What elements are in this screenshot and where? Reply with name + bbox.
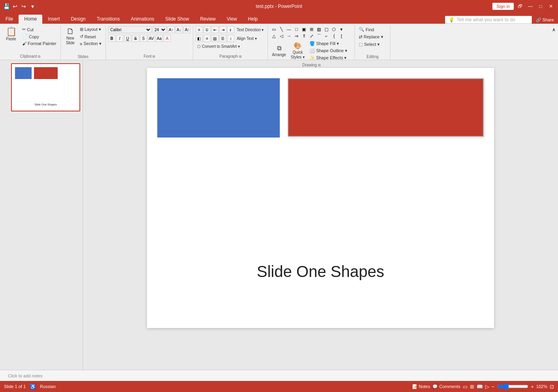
clipboard-expand[interactable]: ⧉ [38,55,40,58]
convert-smartart-button[interactable]: ⬡ Convert to SmartArt ▾ [196,43,241,49]
shape-arrow2[interactable]: ⇒ [293,33,300,39]
zoom-level[interactable]: 102% [536,384,547,389]
tab-transitions[interactable]: Transitions [91,15,125,24]
zoom-in-icon[interactable]: + [531,384,534,390]
align-text-button[interactable]: Align Text ▾ [235,36,258,41]
paste-button[interactable]: 📋 Paste [2,26,20,43]
language-indicator[interactable]: Russian [40,384,56,389]
normal-view-icon[interactable]: ▭ [463,384,468,390]
clear-formatting-button[interactable]: A⃝ [183,26,190,33]
close-icon[interactable]: ✕ [547,2,555,10]
slide-sorter-icon[interactable]: ⊞ [470,384,474,390]
format-painter-button[interactable]: 🖌 Format Painter [21,40,58,47]
shape-snip[interactable]: ⬡ [330,26,337,32]
tab-design[interactable]: Design [65,15,91,24]
tab-file[interactable]: File [0,15,19,24]
align-right-button[interactable]: ▧ [211,35,219,42]
slide-thumbnail-1[interactable]: Slide One Shapes [11,63,80,111]
reset-button[interactable]: ↺ Reset [78,33,103,40]
tab-animations[interactable]: Animations [125,15,160,24]
shape-roundrect[interactable]: ▢ [323,26,330,32]
shape-rect4[interactable]: ⊞ [308,26,315,32]
layout-button[interactable]: ⊞ Layout ▾ [78,26,103,33]
canvas-area[interactable]: Slide One Shapes [83,60,558,370]
redo-icon[interactable]: ↪ [21,3,27,9]
font-size-select[interactable]: 24 [153,26,167,33]
increase-font-button[interactable]: A↑ [168,26,175,33]
slide-canvas[interactable]: Slide One Shapes [147,68,494,328]
shape-brace[interactable]: { [330,33,337,39]
increase-indent-button[interactable]: ⇥ [219,26,226,33]
shape-more[interactable]: ▾ [338,26,345,32]
reading-view-icon[interactable]: 📖 [477,384,483,390]
undo-icon[interactable]: ↩ [12,3,18,9]
shape-curve[interactable]: ⌒ [315,33,322,39]
align-left-button[interactable]: ◧ [196,35,203,42]
italic-button[interactable]: I [116,35,123,42]
shadow-button[interactable]: S [140,35,147,42]
char-spacing-button[interactable]: AV [148,35,155,42]
collapse-ribbon-button[interactable]: ∧ [550,25,558,34]
shape-fill-button[interactable]: 🪣 Shape Fill ▾ [308,40,349,47]
section-button[interactable]: ≡ Section ▾ [78,40,103,47]
font-color-button[interactable]: A [164,35,171,42]
notes-area[interactable]: Click to add notes [0,370,558,381]
share-button[interactable]: 🔗 Share [536,17,554,23]
font-expand[interactable]: ⧉ [153,55,155,58]
tell-me-bar[interactable]: 💡 Tell me what you want to do [445,16,532,24]
shape-line2[interactable]: — [285,26,292,32]
tab-home[interactable]: Home [19,15,42,24]
shape-rect3[interactable]: ▣ [300,26,307,32]
shape-rtri[interactable]: ◁ [278,33,285,39]
blue-rectangle-shape[interactable] [157,78,280,138]
sign-in-button[interactable]: Sign in [492,3,514,10]
shape-line[interactable]: ╲ [278,26,285,32]
line-spacing-button[interactable]: ↕ [227,35,234,42]
arrange-button[interactable]: ⧉ Arrange [270,43,288,58]
new-slide-button[interactable]: 🗋 NewSlide [63,26,77,47]
slide-show-icon[interactable]: ▷ [485,384,489,390]
zoom-slider[interactable] [497,383,528,390]
shape-arrow3[interactable]: ⇑ [300,33,307,39]
bold-button[interactable]: B [108,35,115,42]
bullet-list-button[interactable]: ≡ [196,26,203,33]
copy-button[interactable]: 📄 Copy [21,33,58,40]
maximize-icon[interactable]: □ [537,2,545,10]
save-icon[interactable]: 💾 [3,3,9,9]
red-rectangle-shape[interactable] [288,78,484,137]
zoom-out-icon[interactable]: − [492,384,495,390]
text-direction-button[interactable]: Text Direction ▾ [235,27,265,33]
shape-tri[interactable]: △ [270,33,277,39]
font-family-select[interactable]: Calibri [108,26,152,33]
customize-icon[interactable]: ▾ [29,3,36,9]
justify-button[interactable]: ☰ [219,35,226,42]
columns-button[interactable]: ⫾ [227,26,234,33]
fit-slide-icon[interactable]: ⊡ [550,384,554,390]
replace-button[interactable]: ⇄ Replace ▾ [357,34,385,40]
find-button[interactable]: 🔍 Find [357,26,375,33]
shape-rect[interactable]: ▭ [270,26,277,32]
shape-arrow[interactable]: → [285,33,292,39]
minimize-icon[interactable]: — [526,2,534,10]
accessibility-icon[interactable]: ♿ [30,384,36,390]
underline-button[interactable]: U [124,35,131,42]
quick-styles-button[interactable]: 🎨 QuickStyles ▾ [289,41,306,61]
slide-title-text[interactable]: Slide One Shapes [147,263,494,281]
paragraph-expand[interactable]: ⧉ [239,55,241,58]
tab-view[interactable]: View [221,15,243,24]
tab-help[interactable]: Help [243,15,264,24]
decrease-indent-button[interactable]: ⇤ [211,26,219,33]
tab-insert[interactable]: Insert [42,15,65,24]
tab-review[interactable]: Review [194,15,221,24]
shape-outline-button[interactable]: ⬜ Shape Outline ▾ [308,47,349,54]
numbered-list-button[interactable]: ① [204,26,211,33]
font-case-button[interactable]: Aa [156,35,163,42]
decrease-font-button[interactable]: A↓ [175,26,183,33]
shape-conn[interactable]: ⌐ [323,33,330,39]
select-button[interactable]: ⬚ Select ▾ [357,41,381,48]
tab-slideshow[interactable]: Slide Show [160,15,194,24]
strikethrough-button[interactable]: S [132,35,139,42]
shape-rect2[interactable]: □ [293,26,300,32]
comments-button[interactable]: 💬 Comments [432,384,460,389]
notes-button[interactable]: 📝 Notes [412,384,430,389]
